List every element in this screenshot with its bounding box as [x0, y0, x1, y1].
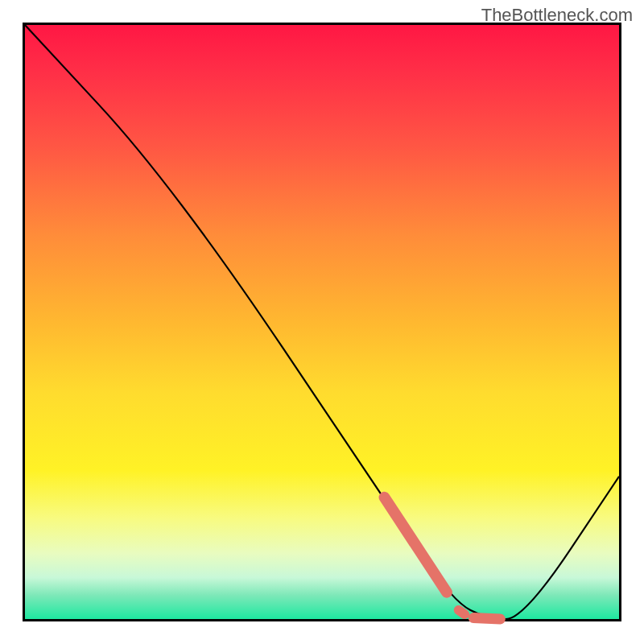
chart-svg: [25, 25, 619, 619]
highlight-segment: [384, 497, 446, 592]
highlight-group: [384, 497, 500, 619]
watermark-text: TheBottleneck.com: [481, 5, 633, 26]
chart-plot-area: [23, 23, 621, 621]
chart-container: TheBottleneck.com: [0, 0, 644, 644]
highlight-segment: [459, 610, 464, 614]
highlight-segment: [473, 618, 500, 619]
bottleneck-curve-line: [25, 25, 619, 619]
